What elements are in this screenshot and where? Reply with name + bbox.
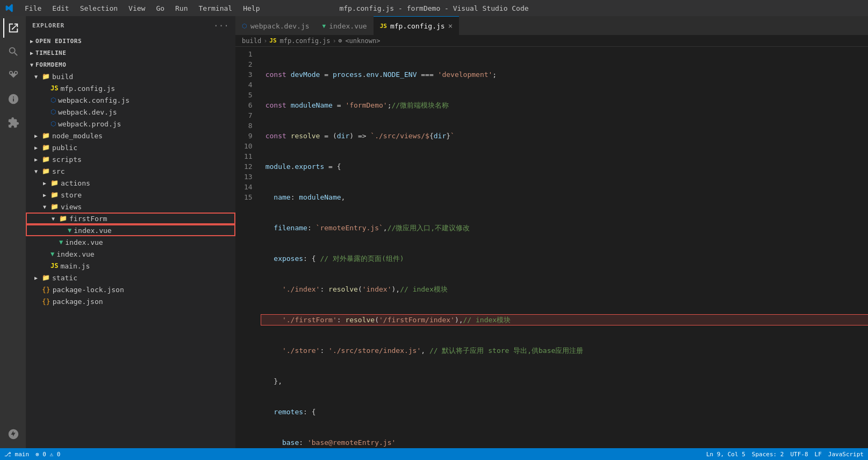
node-modules-icon: 📁 xyxy=(42,132,50,139)
explorer-header: EXPLORER ··· xyxy=(26,16,235,35)
folder-build[interactable]: ▼ 📁 build xyxy=(26,70,235,82)
tab-js-icon: JS xyxy=(380,23,387,30)
menu-file[interactable]: File xyxy=(20,3,46,13)
menu-terminal[interactable]: Terminal xyxy=(195,3,237,13)
tab-close-button[interactable]: × xyxy=(448,22,453,30)
menu-help[interactable]: Help xyxy=(239,3,264,13)
activity-remote[interactable] xyxy=(3,424,23,444)
activity-bar xyxy=(0,16,26,448)
file-firstForm-index[interactable]: ▶ ▼ index.vue xyxy=(26,224,235,236)
webpack-icon: ⬡ xyxy=(51,96,56,104)
views-label: views xyxy=(61,203,82,211)
file-webpack-config[interactable]: ▶ ⬡ webpack.config.js xyxy=(26,94,235,106)
json-icon-lock: {} xyxy=(42,286,51,294)
tab-webpack-dev-icon: ⬡ xyxy=(242,23,247,30)
status-language[interactable]: JavaScript xyxy=(828,451,864,458)
code-line-2: const moduleName = 'formDemo';//微前端模块名称 xyxy=(261,100,868,110)
node-modules-label: node_modules xyxy=(52,132,103,140)
open-editors-section[interactable]: ▶ OPEN EDITORS xyxy=(26,35,235,47)
store-folder-icon: 📁 xyxy=(51,191,59,199)
status-errors[interactable]: ⊗ 0 ⚠ 0 xyxy=(35,451,60,458)
scripts-arrow: ▶ xyxy=(34,157,41,162)
sidebar-more-button[interactable]: ··· xyxy=(213,20,229,31)
activity-explorer[interactable] xyxy=(3,18,23,38)
tab-index-vue[interactable]: ▼ index.vue xyxy=(316,16,374,35)
main-layout: EXPLORER ··· ▶ OPEN EDITORS ▶ TIMELINE ▼… xyxy=(0,16,868,448)
title-bar: File Edit Selection View Go Run Terminal… xyxy=(0,0,868,16)
folder-views[interactable]: ▼ 📁 views xyxy=(26,201,235,213)
folder-firstForm[interactable]: ▼ 📁 firstForm xyxy=(26,213,235,224)
webpack-config-label: webpack.config.js xyxy=(58,96,130,104)
package-lock-label: package-lock.json xyxy=(53,286,124,294)
menu-edit[interactable]: Edit xyxy=(48,3,73,13)
code-content[interactable]: const devMode = process.env.NODE_ENV ===… xyxy=(261,47,868,448)
folder-public[interactable]: ▶ 📁 public xyxy=(26,141,235,153)
webpack-dev-label: webpack.dev.js xyxy=(58,108,117,116)
menu-run[interactable]: Run xyxy=(171,3,192,13)
tab-webpack-dev[interactable]: ⬡ webpack.dev.js xyxy=(235,16,316,35)
breadcrumb-build[interactable]: build xyxy=(242,37,261,45)
menu-selection[interactable]: Selection xyxy=(76,3,122,13)
tabs-bar: ⬡ webpack.dev.js ▼ index.vue JS mfp.conf… xyxy=(235,16,868,35)
formdemo-label: FORMDEMO xyxy=(35,61,66,68)
file-webpack-dev[interactable]: ▶ ⬡ webpack.dev.js xyxy=(26,106,235,118)
file-main-js[interactable]: ▶ JS main.js xyxy=(26,260,235,272)
status-line-ending: LF xyxy=(815,451,822,458)
folder-actions[interactable]: ▶ 📁 actions xyxy=(26,177,235,189)
code-editor[interactable]: 1 2 3 4 5 6 7 8 9 10 11 12 13 14 15 cons… xyxy=(235,47,868,448)
status-bar: ⎇ main ⊗ 0 ⚠ 0 Ln 9, Col 5 Spaces: 2 UTF… xyxy=(0,448,868,460)
code-line-8: './index': resolve('index'),// index模块 xyxy=(261,284,868,294)
tab-mfp-config[interactable]: JS mfp.config.js × xyxy=(374,16,459,35)
file-explorer-content: ▶ OPEN EDITORS ▶ TIMELINE ▼ FORMDEMO ▼ 📁 xyxy=(26,35,235,448)
code-line-6: filename: `remoteEntry.js`,//微应用入口,不建议修改 xyxy=(261,223,868,233)
src-label: src xyxy=(52,167,64,175)
file-src-index[interactable]: ▶ ▼ index.vue xyxy=(26,248,235,260)
code-line-7: exposes: { // 对外暴露的页面(组件) xyxy=(261,253,868,264)
vscode-logo-icon xyxy=(5,4,14,12)
file-views-index[interactable]: ▶ ▼ index.vue xyxy=(26,236,235,248)
folder-store[interactable]: ▶ 📁 store xyxy=(26,189,235,201)
activity-debug[interactable] xyxy=(3,89,23,109)
file-webpack-prod[interactable]: ▶ ⬡ webpack.prod.js xyxy=(26,118,235,130)
status-branch[interactable]: ⎇ main xyxy=(4,451,29,458)
breadcrumb-symbol[interactable]: <unknown> xyxy=(345,37,380,45)
src-folder-icon: 📁 xyxy=(42,167,50,175)
menu-view[interactable]: View xyxy=(124,3,149,13)
breadcrumb-js-icon: JS xyxy=(269,37,276,44)
activity-source-control[interactable] xyxy=(3,66,23,85)
folder-node-modules[interactable]: ▶ 📁 node_modules xyxy=(26,130,235,141)
file-package-json[interactable]: ▶ {} package.json xyxy=(26,295,235,307)
store-arrow: ▶ xyxy=(43,192,49,198)
code-line-4: module.exports = { xyxy=(261,161,868,172)
menu-go[interactable]: Go xyxy=(152,3,169,13)
json-icon-pkg: {} xyxy=(42,298,51,306)
breadcrumb-file[interactable]: mfp.config.js xyxy=(280,37,331,45)
mfp-config-label: mfp.config.js xyxy=(60,84,115,93)
breadcrumb-sep1: › xyxy=(263,37,267,45)
timeline-section[interactable]: ▶ TIMELINE xyxy=(26,47,235,59)
store-label: store xyxy=(61,191,82,199)
file-mfp-config[interactable]: ▶ JS mfp.config.js xyxy=(26,82,235,94)
scripts-label: scripts xyxy=(52,155,82,164)
status-encoding: UTF-8 xyxy=(790,451,808,458)
formdemo-section[interactable]: ▼ FORMDEMO xyxy=(26,59,235,70)
open-editors-label: OPEN EDITORS xyxy=(35,38,82,45)
package-json-label: package.json xyxy=(53,298,103,306)
timeline-arrow: ▶ xyxy=(30,50,33,56)
status-cursor: Ln 9, Col 5 xyxy=(706,451,745,458)
status-spaces: Spaces: 2 xyxy=(752,451,784,458)
actions-arrow: ▶ xyxy=(43,180,49,186)
code-line-11: }, xyxy=(261,376,868,386)
code-line-9: './firstForm': resolve('/firstForm/index… xyxy=(261,315,868,325)
folder-static[interactable]: ▶ 📁 static xyxy=(26,272,235,284)
file-package-lock[interactable]: ▶ {} package-lock.json xyxy=(26,284,235,295)
public-arrow: ▶ xyxy=(34,145,41,151)
vue-icon-src: ▼ xyxy=(51,250,54,258)
activity-extensions[interactable] xyxy=(3,113,23,132)
static-label: static xyxy=(52,274,77,282)
views-arrow: ▼ xyxy=(43,204,49,210)
activity-search[interactable] xyxy=(3,42,23,61)
code-line-1: const devMode = process.env.NODE_ENV ===… xyxy=(261,69,868,80)
folder-scripts[interactable]: ▶ 📁 scripts xyxy=(26,153,235,165)
folder-src[interactable]: ▼ 📁 src xyxy=(26,165,235,177)
